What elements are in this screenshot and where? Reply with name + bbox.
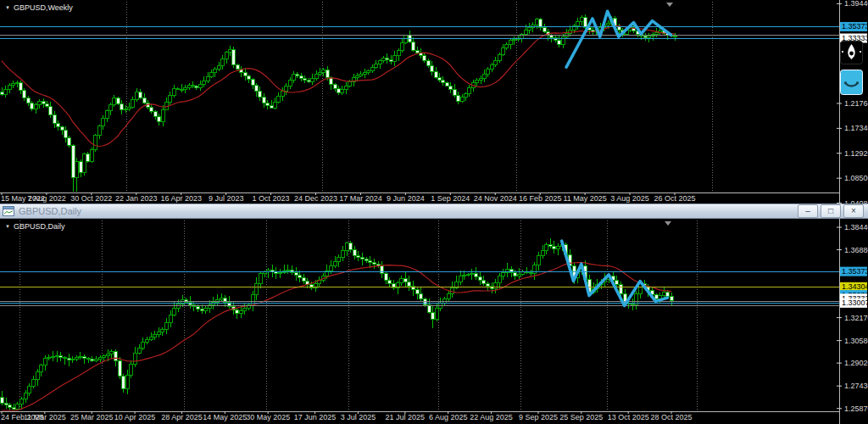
minimize-button[interactable]: – (798, 204, 818, 218)
weekly-symbol-label[interactable]: ▼ GBPUSD,Weekly (5, 3, 73, 12)
price-scale-label: 1.35373 (840, 22, 868, 31)
svg-text:13 Oct 2025: 13 Oct 2025 (608, 413, 649, 421)
price-axis[interactable]: 1.394401.217601.173401.129201.085001.040… (0, 0, 868, 204)
daily-window-titlebar[interactable]: GBPUSD,Daily – □ × (0, 204, 868, 219)
svg-text:1.33007: 1.33007 (842, 298, 868, 307)
svg-text:16 Feb 2025: 16 Feb 2025 (519, 194, 562, 203)
price-scale-label: 1.35373 (840, 267, 868, 276)
svg-text:1.35373: 1.35373 (842, 22, 868, 31)
svg-text:1.21760: 1.21760 (844, 99, 868, 108)
svg-text:21 Jul 2025: 21 Jul 2025 (386, 413, 426, 421)
horizontal-level-lines[interactable] (0, 272, 839, 306)
svg-text:11 May 2025: 11 May 2025 (563, 194, 606, 203)
daily-chart-plot[interactable]: 1.384401.368801.321701.305801.290201.274… (0, 219, 868, 424)
svg-text:25 Sep 2025: 25 Sep 2025 (559, 413, 603, 421)
svg-text:3 Aug 2025: 3 Aug 2025 (610, 194, 649, 203)
svg-text:1.25870: 1.25870 (844, 404, 868, 413)
svg-text:1.27430: 1.27430 (844, 382, 868, 390)
svg-text:25 Mar 2025: 25 Mar 2025 (70, 413, 114, 421)
svg-text:26 Oct 2025: 26 Oct 2025 (654, 194, 695, 203)
candles-layer (1, 14, 677, 192)
weekly-chart-plot[interactable]: 1.394401.217601.173401.129201.085001.040… (0, 0, 868, 204)
svg-text:1 Oct 2023: 1 Oct 2023 (253, 194, 290, 203)
svg-text:1.38440: 1.38440 (844, 223, 868, 232)
svg-text:24 Nov 2024: 24 Nov 2024 (474, 194, 517, 203)
chart-shift-marker[interactable] (666, 3, 673, 7)
close-button[interactable]: × (843, 204, 864, 218)
daily-window-title: GBPUSD,Daily (19, 206, 798, 216)
svg-text:9 Sep 2025: 9 Sep 2025 (519, 413, 558, 421)
date-axis[interactable]: 15 May 20227 Aug 202230 Oct 202222 Jan 2… (1, 192, 696, 203)
svg-text:17 Jun 2025: 17 Jun 2025 (294, 413, 337, 421)
svg-text:30 May 2025: 30 May 2025 (246, 413, 290, 421)
svg-text:6 Aug 2025: 6 Aug 2025 (429, 413, 468, 421)
window-controls: – □ × (798, 204, 864, 218)
daily-symbol-label[interactable]: ▼ GBPUSD,Daily (5, 222, 64, 231)
svg-text:11 Mar 2025: 11 Mar 2025 (24, 413, 66, 421)
svg-text:1 Sep 2024: 1 Sep 2024 (431, 194, 470, 203)
svg-text:1.35373: 1.35373 (842, 267, 868, 276)
price-axis[interactable]: 1.384401.368801.321701.305801.290201.274… (0, 219, 868, 424)
svg-text:1.39440: 1.39440 (844, 0, 868, 8)
svg-text:1.17340: 1.17340 (844, 124, 868, 132)
svg-text:14 May 2025: 14 May 2025 (203, 413, 247, 421)
chevron-down-icon: ▼ (5, 224, 10, 229)
svg-text:30 Oct 2022: 30 Oct 2022 (70, 194, 112, 203)
svg-text:1.08500: 1.08500 (844, 174, 868, 182)
svg-text:16 Apr 2023: 16 Apr 2023 (160, 194, 202, 203)
svg-text:10 Apr 2025: 10 Apr 2025 (114, 413, 156, 421)
svg-text:1.29020: 1.29020 (844, 359, 868, 367)
svg-text:1.36880: 1.36880 (844, 246, 868, 254)
candles-layer (1, 238, 674, 410)
svg-text:7 Aug 2022: 7 Aug 2022 (27, 194, 66, 203)
daily-chart-window: 1.384401.368801.321701.305801.290201.274… (0, 219, 868, 424)
mt4-workspace: 1.394401.217601.173401.129201.085001.040… (0, 0, 868, 424)
horizontal-level-lines[interactable] (0, 27, 839, 39)
svg-text:28 Oct 2025: 28 Oct 2025 (650, 413, 692, 421)
svg-text:1.32170: 1.32170 (844, 314, 868, 322)
svg-text:1.12920: 1.12920 (844, 149, 868, 158)
chart-shift-marker[interactable] (665, 221, 671, 226)
svg-text:9 Jun 2024: 9 Jun 2024 (387, 194, 425, 203)
svg-text:3 Jul 2025: 3 Jul 2025 (341, 413, 376, 421)
chart-window-icon (3, 206, 14, 216)
weekly-chart-window: 1.394401.217601.173401.129201.085001.040… (0, 0, 868, 204)
date-axis[interactable]: 24 Feb 202511 Mar 202525 Mar 202510 Apr … (1, 411, 693, 421)
svg-text:22 Jan 2023: 22 Jan 2023 (115, 194, 158, 203)
weekly-symbol-text: GBPUSD,Weekly (14, 3, 73, 12)
svg-text:9 Jul 2023: 9 Jul 2023 (209, 194, 244, 203)
svg-text:1.30580: 1.30580 (844, 337, 868, 345)
svg-text:17 Mar 2024: 17 Mar 2024 (339, 194, 382, 203)
svg-text:24 Dec 2023: 24 Dec 2023 (294, 194, 337, 203)
svg-text:22 Aug 2025: 22 Aug 2025 (470, 413, 513, 421)
chevron-down-icon: ▼ (5, 5, 10, 10)
price-scale-label: 1.33007 (840, 298, 868, 308)
zigzag-drawing[interactable] (562, 241, 668, 305)
svg-text:28 Apr 2025: 28 Apr 2025 (161, 413, 203, 421)
daily-symbol-text: GBPUSD,Daily (14, 222, 65, 231)
restore-button[interactable]: □ (821, 204, 841, 218)
